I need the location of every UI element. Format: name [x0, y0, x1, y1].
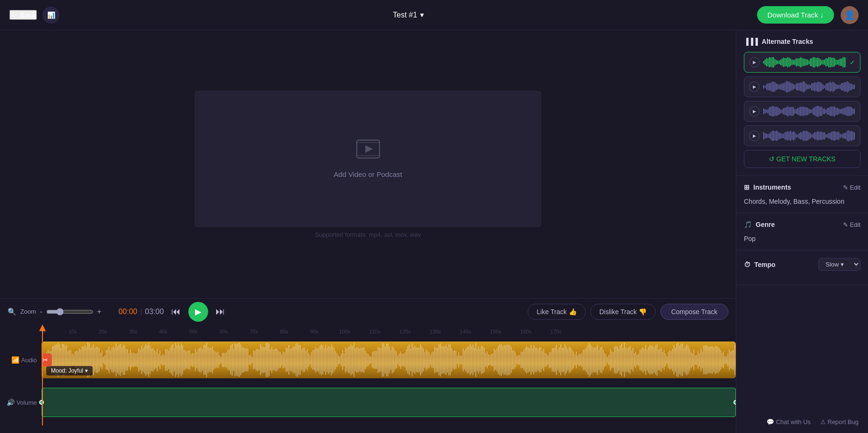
tempo-header: ⏱ Tempo Slow ▾ Medium Fast — [744, 258, 860, 271]
dislike-label: Dislike Track 👎 — [599, 308, 647, 316]
scissors-icon[interactable]: ✂ — [42, 353, 52, 366]
instruments-value: Chords, Melody, Bass, Percussion — [744, 198, 860, 205]
instruments-section: ⊞ Instruments ✎ Edit Chords, Melody, Bas… — [736, 176, 868, 213]
panel-spacer — [736, 285, 868, 433]
genre-edit-button[interactable]: ✎ Edit — [843, 221, 860, 228]
compose-label: Compose Track — [671, 308, 717, 316]
playback-controls: ⏮ ▶ ⏭ — [171, 302, 225, 322]
tempo-select[interactable]: Slow ▾ Medium Fast — [818, 258, 860, 271]
ruler-mark-20s: 20s — [99, 329, 107, 334]
instruments-icon: ⊞ — [744, 183, 750, 191]
compose-track-button[interactable]: Compose Track — [660, 304, 728, 320]
download-label: Download Track ↓ — [767, 11, 824, 19]
ruler-mark-70s: 70s — [250, 329, 258, 334]
ruler-mark-40s: 40s — [159, 329, 168, 334]
mood-badge[interactable]: Mood: Joyful ▾ — [46, 366, 93, 375]
instruments-edit-label: ✎ Edit — [843, 184, 860, 191]
header-left: ← Back 📊 — [9, 7, 59, 24]
svg-rect-2 — [356, 155, 380, 156]
instruments-title: ⊞ Instruments — [744, 183, 791, 191]
alternate-tracks-section: ▐▐▐ Alternate Tracks ▶ ✓ ▶ ▶ — [736, 30, 868, 176]
genre-edit-label: ✎ Edit — [843, 221, 860, 228]
report-bug-button[interactable]: ⚠ Report Bug — [820, 418, 859, 425]
dislike-track-button[interactable]: Dislike Track 👎 — [590, 304, 656, 320]
zoom-plus[interactable]: + — [97, 308, 101, 316]
ruler-mark-170s: 170s — [550, 329, 562, 334]
alt-track-2[interactable]: ▶ — [744, 76, 860, 97]
header-right: Download Track ↓ 👤 — [757, 6, 859, 24]
alt-track-2-waveform — [763, 81, 855, 93]
back-button[interactable]: ← Back — [9, 10, 37, 20]
volume-track-bg — [42, 388, 736, 417]
alt-track-4-play[interactable]: ▶ — [749, 131, 759, 141]
alt-track-3-waveform — [763, 105, 855, 117]
genre-section: 🎵 Genre ✎ Edit Pop — [736, 213, 868, 250]
left-content: Add Video or Podcast Supported formats: … — [0, 30, 736, 433]
audio-track-label: 📶 Audio — [0, 339, 42, 381]
total-time: 03:00 — [145, 308, 164, 316]
alt-track-3-play[interactable]: ▶ — [749, 106, 759, 117]
skip-forward-button[interactable]: ⏭ — [216, 306, 225, 317]
playhead[interactable] — [39, 325, 46, 339]
logo-icon: 📊 — [42, 7, 59, 24]
play-button[interactable]: ▶ — [188, 302, 208, 322]
bug-label: ⚠ Report Bug — [820, 418, 859, 425]
video-placeholder[interactable]: Add Video or Podcast — [194, 91, 541, 227]
svg-rect-1 — [356, 142, 380, 143]
alt-track-4-waveform — [763, 130, 855, 142]
mood-text: Mood: Joyful — [51, 367, 83, 374]
tempo-title-text: Tempo — [754, 261, 775, 268]
header: ← Back 📊 Test #1 ▾ Download Track ↓ 👤 — [0, 0, 868, 30]
get-new-tracks-button[interactable]: ↺ GET NEW TRACKS — [744, 150, 860, 168]
chat-button[interactable]: 💬 Chat with Us — [767, 418, 810, 425]
project-title[interactable]: Test #1 ▾ — [393, 10, 424, 19]
ruler-mark-160s: 160s — [520, 329, 531, 334]
audio-track-content[interactable]: ✂ Mood: Joyful ▾ — [42, 341, 736, 378]
instruments-edit-button[interactable]: ✎ Edit — [843, 184, 860, 191]
skip-back-button[interactable]: ⏮ — [171, 306, 181, 317]
back-label: Back — [20, 11, 36, 19]
genre-value: Pop — [744, 235, 860, 242]
zoom-label: Zoom — [20, 308, 36, 315]
right-panel: ▐▐▐ Alternate Tracks ▶ ✓ ▶ ▶ — [736, 30, 868, 433]
avatar[interactable]: 👤 — [841, 6, 859, 24]
timeline-ruler: 0s 10s 20s 30s 40s 50s 60s 70s 80s 90s 1… — [0, 325, 736, 339]
download-button[interactable]: Download Track ↓ — [757, 6, 834, 24]
supported-formats: Supported formats: mp4, avi, mov, wav — [315, 231, 421, 238]
alt-track-1-check: ✓ — [850, 58, 855, 66]
ruler-mark-110s: 110s — [369, 329, 380, 334]
zoom-minus[interactable]: - — [40, 308, 42, 316]
volume-dot-right[interactable] — [733, 400, 736, 405]
search-icon: 🔍 — [8, 308, 17, 316]
alt-track-3[interactable]: ▶ — [744, 101, 860, 122]
tempo-section: ⏱ Tempo Slow ▾ Medium Fast — [736, 250, 868, 285]
ruler-mark-90s: 90s — [310, 329, 319, 334]
alternate-tracks-header: ▐▐▐ Alternate Tracks — [744, 38, 860, 45]
audio-label-text: Audio — [21, 357, 37, 364]
genre-icon: 🎵 — [744, 221, 752, 228]
video-placeholder-text: Add Video or Podcast — [334, 170, 402, 178]
like-track-button[interactable]: Like Track 👍 — [528, 304, 586, 320]
alt-track-4[interactable]: ▶ — [744, 125, 860, 146]
zoom-slider[interactable] — [46, 308, 93, 316]
alt-track-1-waveform — [763, 56, 846, 68]
ruler-mark-100s: 100s — [339, 329, 350, 334]
bottom-footer: 💬 Chat with Us ⚠ Report Bug — [767, 418, 859, 425]
ruler-mark-10s: 10s — [68, 329, 77, 334]
alt-track-1-play[interactable]: ▶ — [749, 57, 759, 67]
alt-track-2-play[interactable]: ▶ — [749, 82, 759, 92]
volume-dot-left[interactable] — [39, 400, 44, 405]
svg-marker-3 — [365, 145, 373, 153]
audio-wave-icon: 📶 — [11, 356, 19, 364]
chat-label: 💬 Chat with Us — [767, 418, 810, 425]
zoom-control: 🔍 Zoom - + — [8, 308, 101, 316]
genre-title: 🎵 Genre — [744, 221, 775, 228]
video-icon — [356, 139, 380, 164]
alternate-tracks-title: ▐▐▐ Alternate Tracks — [744, 38, 813, 45]
volume-track-content[interactable] — [42, 385, 736, 420]
get-new-tracks-label: ↺ GET NEW TRACKS — [769, 155, 835, 163]
alt-track-1[interactable]: ▶ ✓ — [744, 52, 860, 73]
current-time: 00:00 — [118, 308, 137, 316]
bars-icon: ▐▐▐ — [744, 38, 758, 45]
title-text: Test #1 — [393, 11, 417, 19]
